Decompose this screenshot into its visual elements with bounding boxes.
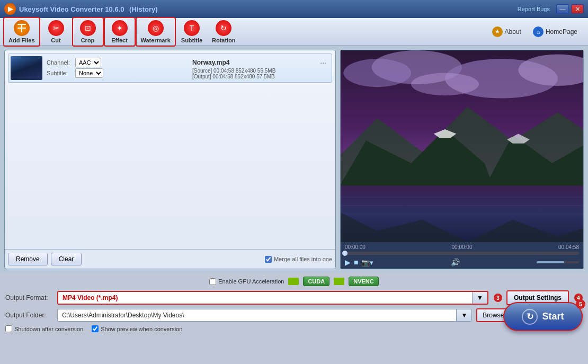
play-button[interactable]: ▶ [345, 258, 351, 267]
window-controls: — ✕ [556, 4, 584, 14]
output-folder-row: Output Folder: C:\Users\Administrator\De… [5, 308, 583, 322]
time-start: 00:00:00 [345, 244, 366, 250]
minimize-button[interactable]: — [556, 4, 569, 14]
screenshot-button[interactable]: 📷▾ [361, 259, 373, 267]
options-row: Shutdown after conversion Show preview w… [5, 325, 583, 332]
volume-bar[interactable] [537, 261, 579, 263]
file-info: Channel: AAC Subtitle: None [47, 58, 184, 79]
homepage-label: HomePage [546, 28, 577, 35]
bottom-section: Enable GPU Acceleration CUDA NVENC Outpu… [0, 273, 588, 335]
main-area: Channel: AAC Subtitle: None Norway [0, 46, 588, 273]
folder-dropdown-arrow[interactable]: ▼ [456, 309, 471, 321]
time-end: 00:04:58 [558, 244, 579, 250]
remove-button[interactable]: Remove [8, 253, 48, 265]
progress-bar[interactable] [345, 252, 579, 255]
watermark-button[interactable]: ◎ Watermark [136, 17, 176, 47]
svg-rect-2 [17, 28, 26, 29]
start-label: Start [542, 311, 564, 322]
merge-label: Merge all files into one [274, 256, 332, 262]
about-icon: ★ [492, 26, 503, 37]
rotation-icon: ↻ [216, 20, 231, 36]
svg-point-8 [411, 73, 479, 96]
file-list-panel: Channel: AAC Subtitle: None Norway [4, 50, 336, 269]
subtitle-button[interactable]: T Subtitle [176, 18, 208, 46]
channel-row: Channel: AAC [47, 58, 184, 67]
preview-checkbox[interactable] [92, 325, 99, 332]
merge-checkbox-container: Merge all files into one [265, 256, 332, 263]
playback-controls: ▶ ■ 📷▾ 🔊 [345, 258, 579, 267]
channel-select[interactable]: AAC [75, 58, 101, 67]
stop-button[interactable]: ■ [354, 258, 358, 267]
add-files-icon [14, 20, 30, 36]
bottom-wrapper: Enable GPU Acceleration CUDA NVENC Outpu… [0, 273, 588, 335]
file-list-bottom-bar: Remove Clear Merge all files into one [5, 249, 335, 269]
effect-button[interactable]: ✦ Effect [104, 17, 136, 47]
gpu-checkbox-container: Enable GPU Acceleration [209, 278, 284, 285]
nvidia-logo-nvenc [334, 278, 344, 285]
gpu-checkbox[interactable] [209, 278, 216, 285]
home-icon: ⌂ [533, 26, 544, 37]
gpu-label: Enable GPU Acceleration [218, 278, 284, 285]
file-output-meta: [Output] 00:04:58 852x480 57.5MB [192, 74, 329, 79]
watermark-label: Watermark [141, 37, 171, 43]
format-selector[interactable]: MP4 Video (*.mp4) ▼ [57, 291, 488, 305]
output-format-label: Output Format: [5, 294, 53, 301]
progress-handle[interactable] [342, 251, 348, 256]
cuda-badge[interactable]: CUDA [303, 277, 329, 286]
shutdown-option: Shutdown after conversion [5, 325, 83, 332]
crop-button[interactable]: ⊡ Crop [72, 17, 104, 47]
file-menu-button[interactable]: ··· [317, 57, 329, 68]
titlebar: ▶ Ukeysoft Video Converter 10.6.0 (Histo… [0, 0, 588, 18]
nvenc-badge[interactable]: NVENC [349, 277, 379, 286]
subtitle-label: Subtitle [181, 37, 202, 43]
cut-button[interactable]: ✂ Cut [40, 18, 72, 46]
start-button[interactable]: ↻ Start [503, 302, 583, 331]
crop-icon: ⊡ [80, 20, 96, 36]
folder-selector: C:\Users\Administrator\Desktop\My Videos… [57, 309, 472, 322]
time-row: 00:00:00 00:00:00 00:04:58 [345, 244, 579, 250]
rotation-label: Rotation [212, 37, 236, 43]
preview-label: Show preview when conversion [101, 326, 182, 332]
report-bugs-link[interactable]: Report Bugs [518, 6, 550, 12]
subtitle-select[interactable]: None [75, 68, 103, 78]
file-details: Norway.mp4 ··· [Source] 00:04:58 852x480… [188, 57, 329, 79]
toolbar-right: ★ About ⌂ HomePage [489, 25, 581, 39]
file-name: Norway.mp4 [192, 59, 317, 66]
video-controls: 00:00:00 00:00:00 00:04:58 ▶ ■ 📷▾ 🔊 [341, 242, 583, 269]
about-label: About [505, 28, 521, 35]
start-icon: ↻ [522, 309, 538, 325]
output-format-row: Output Format: MP4 Video (*.mp4) ▼ 3 Out… [5, 290, 583, 305]
add-files-label: Add Files [8, 37, 35, 43]
format-dropdown-arrow[interactable]: ▼ [472, 292, 487, 304]
watermark-icon: ◎ [148, 20, 164, 36]
history-label: (History) [129, 5, 157, 13]
volume-icon: 🔊 [451, 258, 460, 267]
subtitle-icon: T [184, 20, 200, 36]
start-badge: 5 [576, 299, 585, 309]
close-button[interactable]: ✕ [571, 4, 584, 14]
merge-checkbox[interactable] [265, 256, 272, 263]
subtitle-label: Subtitle: [47, 70, 73, 76]
channel-label: Channel: [47, 59, 73, 66]
nvidia-logo-cuda [288, 278, 299, 285]
app-logo: ▶ [4, 3, 16, 15]
file-source-meta: [Source] 00:04:58 852x480 56.5MB [192, 68, 329, 74]
add-files-button[interactable]: Add Files [3, 17, 40, 47]
about-button[interactable]: ★ About [489, 25, 524, 39]
app-title: Ukeysoft Video Converter 10.6.0 (History… [19, 5, 518, 13]
video-preview [341, 50, 583, 242]
crop-label: Crop [81, 37, 95, 43]
folder-value: C:\Users\Administrator\Desktop\My Videos… [58, 309, 456, 321]
effect-label: Effect [111, 37, 128, 43]
cut-label: Cut [51, 37, 60, 43]
format-value: MP4 Video (*.mp4) [58, 292, 472, 304]
clear-button[interactable]: Clear [51, 253, 82, 265]
shutdown-checkbox[interactable] [5, 325, 12, 332]
toolbar: Add Files ✂ Cut ⊡ Crop ✦ Effect ◎ Waterm… [0, 18, 588, 46]
rotation-button[interactable]: ↻ Rotation [208, 18, 240, 46]
gpu-row: Enable GPU Acceleration CUDA NVENC [5, 277, 583, 286]
homepage-button[interactable]: ⌂ HomePage [530, 25, 581, 39]
start-section: ↻ Start 5 [503, 302, 583, 331]
file-list: Channel: AAC Subtitle: None Norway [5, 50, 335, 249]
cut-icon: ✂ [48, 20, 64, 36]
